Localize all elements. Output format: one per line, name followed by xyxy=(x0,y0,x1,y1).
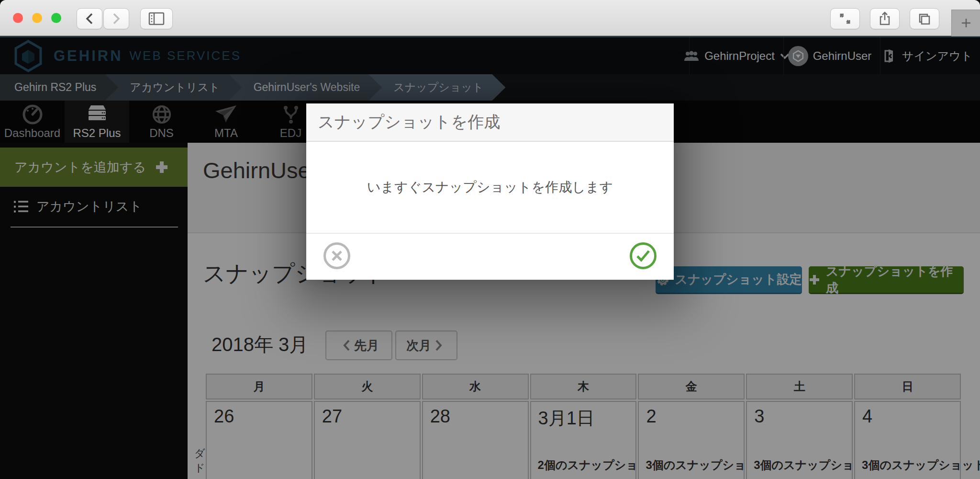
sidebar-icon xyxy=(148,12,165,25)
tab-overview-button[interactable] xyxy=(910,8,939,29)
share-icon xyxy=(879,11,891,26)
x-icon xyxy=(331,250,343,262)
modal-cancel-button[interactable] xyxy=(323,242,350,269)
close-window-button[interactable] xyxy=(13,13,23,23)
chevron-left-icon xyxy=(85,12,94,25)
check-icon xyxy=(636,250,650,262)
browser-chrome xyxy=(0,0,980,36)
plus-icon xyxy=(960,17,972,29)
minimize-window-button[interactable] xyxy=(32,13,42,23)
zoom-window-button[interactable] xyxy=(51,13,61,23)
fullscreen-button[interactable] xyxy=(830,8,860,29)
forward-button[interactable] xyxy=(103,8,129,29)
sidebar-toggle-button[interactable] xyxy=(140,8,173,29)
back-button[interactable] xyxy=(77,8,102,29)
modal-body-text: いますぐスナップショットを作成します xyxy=(306,142,674,233)
tabs-icon xyxy=(918,12,931,25)
modal-confirm-button[interactable] xyxy=(630,242,657,269)
chevron-right-icon xyxy=(112,12,121,25)
modal-title: スナップショットを作成 xyxy=(318,111,500,133)
browser-window: GEHIRN WEB SERVICES GehirnProject xyxy=(0,0,980,479)
fullscreen-icon xyxy=(839,12,851,25)
modal-header: スナップショットを作成 xyxy=(306,103,674,142)
create-snapshot-modal: スナップショットを作成 いますぐスナップショットを作成します xyxy=(306,103,674,280)
share-button[interactable] xyxy=(870,8,900,29)
new-tab-button[interactable] xyxy=(951,10,980,36)
modal-footer xyxy=(306,233,674,279)
